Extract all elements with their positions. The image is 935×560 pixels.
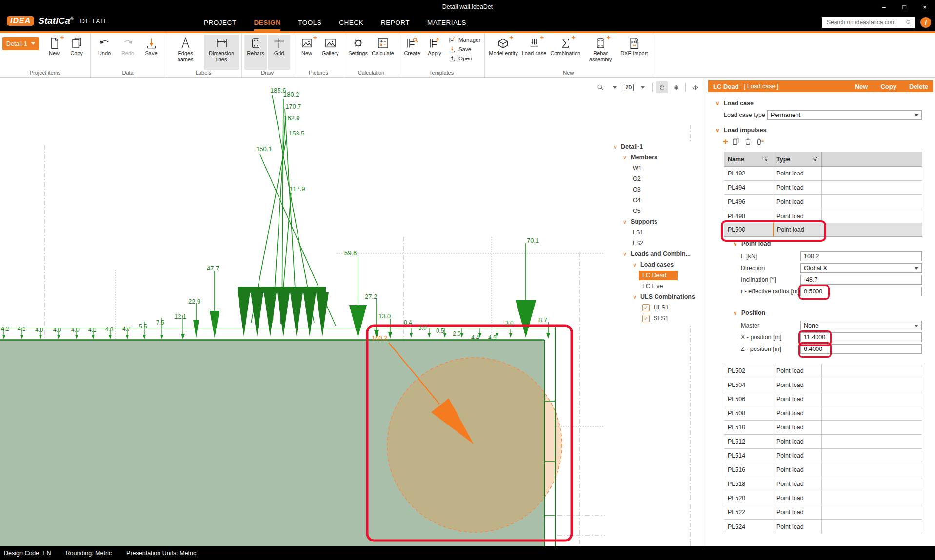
table-row[interactable]: PL510 Point load — [724, 421, 922, 435]
ribbon-button[interactable]: Create — [401, 35, 423, 70]
tree-item[interactable]: W1 — [611, 163, 706, 174]
table-row[interactable]: PL494 Point load — [724, 181, 922, 195]
tree-item[interactable]: O4 — [611, 195, 706, 206]
ribbon-button[interactable]: Gallery — [319, 35, 341, 70]
chevron-down-icon[interactable]: ∨ — [633, 262, 637, 268]
chevron-down-icon[interactable]: ∨ — [633, 294, 637, 300]
table-row[interactable]: PL512 Point load — [724, 435, 922, 449]
ribbon-button[interactable]: Undo — [93, 35, 116, 70]
field-input[interactable]: Global X — [800, 263, 922, 273]
tree-item[interactable]: ✓ ULS1 — [611, 302, 706, 313]
menu-tab[interactable]: PROJECT — [204, 14, 237, 31]
maximize-button[interactable]: □ — [894, 0, 915, 14]
menu-tab[interactable]: MATERIALS — [427, 14, 466, 31]
add-impulse-button[interactable]: + — [723, 137, 728, 146]
tree-item[interactable]: ∨ Supports — [611, 216, 706, 227]
ribbon-button[interactable]: Grid — [268, 35, 290, 70]
checkbox[interactable]: ✓ — [642, 304, 650, 311]
ribbon-stack-button[interactable]: Open — [447, 54, 482, 63]
delete-impulse-button[interactable] — [744, 137, 753, 146]
search-input[interactable] — [826, 19, 905, 26]
search-box[interactable] — [822, 17, 915, 28]
table-row[interactable]: PL514 Point load — [724, 449, 922, 463]
section-load-impulses[interactable]: ∨ Load impulses — [716, 127, 766, 134]
tree-item[interactable]: LC Live — [611, 281, 706, 291]
table-row[interactable]: PL520 Point load — [724, 491, 922, 505]
table-row[interactable]: PL498 Point load — [724, 209, 922, 223]
field-input[interactable]: 6.4000 — [800, 344, 922, 354]
load-case-type-select[interactable]: Permanent — [767, 110, 922, 120]
menu-tab[interactable]: DESIGN — [254, 14, 281, 31]
perspective-button[interactable] — [689, 81, 701, 93]
panel-action-button[interactable]: New — [855, 83, 868, 90]
project-selector[interactable]: Detail-1 — [2, 37, 39, 50]
chevron-down-icon[interactable]: ∨ — [623, 219, 627, 225]
tree-item[interactable]: ∨ Members — [611, 152, 706, 163]
copy-impulse-button[interactable] — [732, 137, 740, 146]
chevron-down-icon[interactable]: ∨ — [623, 251, 627, 257]
table-row[interactable]: PL504 Point load — [724, 378, 922, 392]
tree-item[interactable]: O3 — [611, 184, 706, 195]
section-position[interactable]: ∨ Position — [733, 309, 765, 316]
menu-tab[interactable]: REPORT — [381, 14, 410, 31]
tree-item[interactable]: O2 — [611, 174, 706, 184]
tree-item[interactable]: O5 — [611, 206, 706, 216]
wireframe-view-button[interactable] — [656, 81, 668, 93]
solid-view-button[interactable] — [670, 81, 682, 93]
zoom-dropdown[interactable] — [608, 81, 621, 93]
ribbon-button[interactable]: Settings — [347, 35, 369, 70]
field-input[interactable]: 11.4000 — [800, 332, 922, 342]
ribbon-button[interactable]: Apply — [423, 35, 446, 70]
ribbon-button[interactable]: Edges names — [168, 35, 203, 70]
table-row-selected[interactable]: PL500 Point load — [724, 223, 922, 237]
ribbon-button[interactable]: + Combination — [549, 35, 582, 70]
section-point-load[interactable]: ∨ Point load — [733, 240, 771, 247]
ribbon-button[interactable]: Dimension lines — [204, 35, 239, 70]
table-row[interactable]: PL518 Point load — [724, 477, 922, 491]
ribbon-button[interactable]: Copy — [65, 35, 88, 70]
table-row[interactable]: PL502 Point load — [724, 364, 922, 378]
table-row[interactable]: PL496 Point load — [724, 195, 922, 209]
ribbon-button[interactable]: + New — [43, 35, 65, 70]
view-dropdown[interactable] — [637, 81, 649, 93]
checkbox[interactable]: ✓ — [642, 315, 650, 322]
table-row[interactable]: PL506 Point load — [724, 392, 922, 406]
tree-item[interactable]: LS1 — [611, 227, 706, 238]
info-icon[interactable]: i — [920, 17, 931, 28]
chevron-down-icon[interactable]: ∨ — [613, 144, 617, 150]
delete-all-impulses-button[interactable] — [756, 137, 765, 146]
field-input[interactable]: None — [800, 321, 922, 330]
ribbon-stack-button[interactable]: Manager — [447, 36, 482, 44]
table-row[interactable]: PL516 Point load — [724, 463, 922, 477]
menu-tab[interactable]: CHECK — [339, 14, 363, 31]
ribbon-stack-button[interactable]: Save — [447, 45, 482, 54]
ribbon-button[interactable]: DXF DXF Import — [619, 35, 649, 70]
tree-item[interactable]: ∨ Detail-1 — [611, 141, 706, 152]
chevron-down-icon[interactable]: ∨ — [623, 155, 627, 160]
tree-item[interactable]: LC Dead — [611, 270, 706, 281]
tree-item[interactable]: LS2 — [611, 238, 706, 249]
view-2d-button[interactable]: 2D — [622, 81, 635, 93]
tree-item[interactable]: ✓ SLS1 — [611, 313, 706, 324]
close-button[interactable]: × — [915, 0, 935, 14]
filter-icon[interactable] — [763, 156, 769, 162]
minimize-button[interactable]: – — [874, 0, 894, 14]
tree-item[interactable]: ∨ ULS Combinations — [611, 291, 706, 302]
ribbon-button[interactable]: Rebars — [244, 35, 267, 70]
menu-tab[interactable]: TOOLS — [298, 14, 321, 31]
ribbon-button[interactable]: Save — [140, 35, 162, 70]
tree-item[interactable]: ∨ Loads and Combin... — [611, 249, 706, 259]
ribbon-button[interactable]: + Model entity — [487, 35, 519, 70]
field-input[interactable]: 100.2 — [800, 251, 922, 261]
tree-item[interactable]: ∨ Load cases — [611, 259, 706, 270]
ribbon-button[interactable]: Redo — [117, 35, 139, 70]
zoom-button[interactable] — [594, 81, 607, 93]
field-input[interactable]: -48.7 — [800, 275, 922, 285]
ribbon-button[interactable]: Calculate — [370, 35, 396, 70]
table-row[interactable]: PL524 Point load — [724, 520, 922, 534]
ribbon-button[interactable]: + Load case — [520, 35, 548, 70]
section-load-case[interactable]: ∨ Load case — [716, 100, 754, 107]
field-input[interactable]: 0.5000 — [800, 287, 922, 296]
ribbon-button[interactable]: + Rebar assembly — [583, 35, 618, 70]
table-row[interactable]: PL492 Point load — [724, 167, 922, 181]
